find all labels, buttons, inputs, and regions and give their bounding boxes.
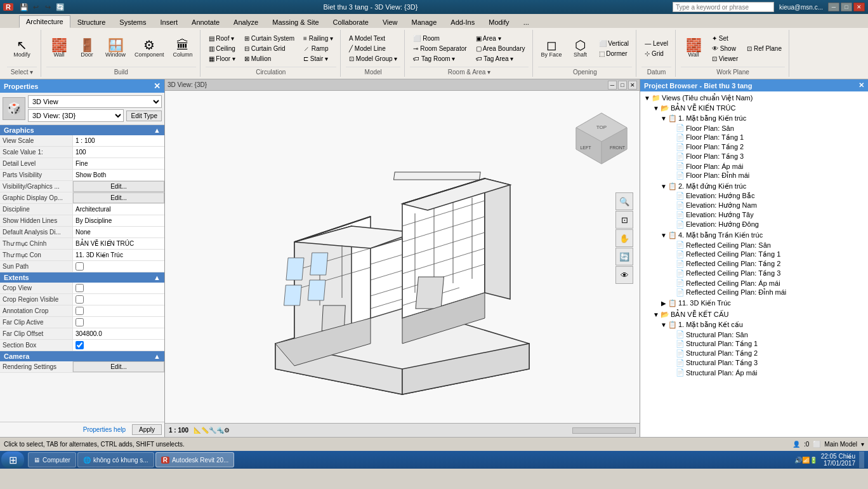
tree-rcp-tang1[interactable]: 📄Reflected Ceiling Plan: Tầng 1 xyxy=(666,250,867,259)
graphic-display-edit-btn[interactable]: Edit... xyxy=(73,192,164,203)
wall-wp-button[interactable]: 🧱 Wall xyxy=(681,37,706,60)
annotation-crop-checkbox[interactable] xyxy=(76,307,84,315)
tab-analyze[interactable]: Analyze xyxy=(227,15,265,28)
tree-rcp-tang2[interactable]: 📄Reflected Ceiling Plan: Tầng 2 xyxy=(666,259,867,269)
by-face-button[interactable]: ◻ By Face xyxy=(538,37,565,60)
tree-floor-tang1[interactable]: 📄Floor Plan: Tầng 1 xyxy=(666,133,867,142)
tree-rcp-tang3[interactable]: 📄Reflected Ceiling Plan: Tầng 3 xyxy=(666,269,867,278)
tree-floor-san[interactable]: 📄Floor Plan: Sân xyxy=(666,123,867,133)
crop-view-checkbox[interactable] xyxy=(76,284,84,292)
tab-more[interactable]: ... xyxy=(516,15,536,28)
railing-button[interactable]: ≡ Railing ▾ xyxy=(300,34,336,43)
tree-elevation-dong[interactable]: 📄Elevation: Hướng Đông xyxy=(666,220,867,229)
tree-rcp-san[interactable]: 📄Reflected Ceiling Plan: Sân xyxy=(666,240,867,250)
tree-floor-ap-mai[interactable]: 📄Floor Plan: Áp mái xyxy=(666,161,867,171)
set-button[interactable]: ✦ Set xyxy=(709,34,741,43)
tree-struct-ap-mai[interactable]: 📄Structural Plan: Áp mái xyxy=(666,368,867,377)
extents-section-header[interactable]: Extents ▲ xyxy=(0,272,164,283)
taskbar-item-revit[interactable]: R Autodesk Revit 20... xyxy=(155,452,235,467)
tab-annotate[interactable]: Annotate xyxy=(185,15,227,28)
dormer-button[interactable]: ⬚ Dormer xyxy=(596,49,633,58)
zoom-in-btn[interactable]: 🔍 xyxy=(615,192,633,210)
tab-view[interactable]: View xyxy=(376,15,405,28)
component-button[interactable]: ⚙ Component xyxy=(131,37,168,60)
tree-floor-tang2[interactable]: 📄Floor Plan: Tầng 2 xyxy=(666,142,867,152)
minimize-button[interactable]: ─ xyxy=(828,3,839,11)
tab-architecture[interactable]: Architecture xyxy=(19,15,70,28)
tab-insert[interactable]: Insert xyxy=(154,15,185,28)
tag-room-button[interactable]: 🏷 Tag Room ▾ xyxy=(410,54,470,64)
view-name-dropdown[interactable]: 3D View: {3D} xyxy=(28,109,124,122)
far-clip-active-checkbox[interactable] xyxy=(76,318,84,326)
redo-btn[interactable]: ↪ xyxy=(43,1,54,13)
tree-rcp-dinh-mai[interactable]: 📄Reflected Ceiling Plan: Đỉnh mái xyxy=(666,288,867,297)
model-dropdown[interactable]: ▾ xyxy=(861,441,864,448)
show-desktop-button[interactable] xyxy=(859,452,864,468)
shaft-button[interactable]: ⬡ Shaft xyxy=(568,37,593,60)
door-button[interactable]: 🚪 Door xyxy=(74,37,100,60)
modify-button[interactable]: ↖ Modify xyxy=(10,37,35,60)
tag-area-button[interactable]: 🏷 Tag Area ▾ xyxy=(473,54,529,64)
save-btn[interactable]: 💾 xyxy=(18,1,30,13)
curtain-grid-button[interactable]: ⊟ Curtain Grid xyxy=(241,44,298,53)
sun-path-checkbox[interactable] xyxy=(76,262,84,271)
floor-button[interactable]: ▦ Floor ▾ xyxy=(206,54,239,64)
model-group-button[interactable]: ⊡ Model Group ▾ xyxy=(346,54,400,64)
area-button[interactable]: ▣ Area ▾ xyxy=(473,34,529,43)
tree-elevation-tay[interactable]: 📄Elevation: Hướng Tây xyxy=(666,210,867,220)
viewport-canvas[interactable]: TOP LEFT FRONT 🔍 ⊡ ✋ 🔄 👁 xyxy=(165,91,640,437)
scrollbar-horizontal[interactable] xyxy=(572,427,636,434)
model-text-button[interactable]: A Model Text xyxy=(346,34,400,43)
ref-plane-button[interactable]: ⊡ Ref Plane xyxy=(744,44,785,53)
maximize-button[interactable]: □ xyxy=(841,3,852,11)
close-button[interactable]: ✕ xyxy=(853,3,865,11)
graphics-section-header[interactable]: Graphics ▲ xyxy=(0,125,164,135)
edit-type-button[interactable]: Edit Type xyxy=(126,111,162,121)
tab-structure[interactable]: Structure xyxy=(70,15,113,28)
undo-btn[interactable]: ↩ xyxy=(30,1,42,13)
tree-elevation-nam[interactable]: 📄Elevation: Hướng Nam xyxy=(666,201,867,210)
camera-section-header[interactable]: Camera ▲ xyxy=(0,351,164,361)
panel-close-button[interactable]: ✕ xyxy=(154,81,161,91)
model-line-button[interactable]: ╱ Model Line xyxy=(346,44,400,53)
viewport-maximize-btn[interactable]: □ xyxy=(618,81,627,90)
tree-struct-tang2[interactable]: 📄Structural Plan: Tầng 2 xyxy=(666,349,867,358)
tree-struct-san[interactable]: 📄Structural Plan: Sân xyxy=(666,330,867,339)
view-type-dropdown[interactable]: 3D View xyxy=(28,95,162,108)
tab-addins[interactable]: Add-Ins xyxy=(444,15,482,28)
curtain-system-button[interactable]: ⊞ Curtain System xyxy=(241,34,298,43)
pan-btn[interactable]: ✋ xyxy=(615,229,633,247)
tab-massing[interactable]: Massing & Site xyxy=(265,15,326,28)
nav-cube[interactable]: TOP LEFT FRONT xyxy=(573,110,630,167)
tree-floor-dinh-mai[interactable]: 📄Floor Plan: Đỉnh mái xyxy=(666,171,867,180)
tab-manage[interactable]: Manage xyxy=(405,15,444,28)
sync-btn[interactable]: 🔄 xyxy=(55,1,66,13)
level-button[interactable]: — Level xyxy=(641,39,671,48)
browser-close-button[interactable]: ✕ xyxy=(858,81,864,90)
tree-floor-tang3[interactable]: 📄Floor Plan: Tầng 3 xyxy=(666,152,867,161)
show-button[interactable]: 👁 Show xyxy=(709,44,741,53)
tree-struct-tang1[interactable]: 📄Structural Plan: Tầng 1 xyxy=(666,339,867,349)
start-button[interactable]: ⊞ xyxy=(1,452,24,468)
viewport-close-btn[interactable]: ✕ xyxy=(628,81,637,90)
wall-button[interactable]: 🧱 Wall xyxy=(46,37,72,60)
taskbar-item-computer[interactable]: 🖥 Computer xyxy=(28,452,76,467)
crop-region-visible-checkbox[interactable] xyxy=(76,295,84,304)
room-separator-button[interactable]: ⊸ Room Separator xyxy=(410,44,470,53)
tree-root-row[interactable]: ▼ 📁 Views (Tiêu chuẩn Việt Nam) xyxy=(641,93,867,103)
area-boundary-button[interactable]: ▢ Area Boundary xyxy=(473,44,529,53)
tree-rcp-ap-mai[interactable]: 📄Reflected Ceiling Plan: Áp mái xyxy=(666,278,867,288)
tab-collaborate[interactable]: Collaborate xyxy=(326,15,376,28)
visibility-graphics-edit-btn[interactable]: Edit... xyxy=(73,181,164,192)
ramp-button[interactable]: ⟋ Ramp xyxy=(300,44,336,53)
tree-section-kien-truc-row[interactable]: ▼ 📂 BẢN VẼ KIẾN TRÚC xyxy=(650,104,867,113)
roof-button[interactable]: ▤ Roof ▾ xyxy=(206,34,239,43)
viewer-button[interactable]: ⊡ Viewer xyxy=(709,54,741,64)
window-button[interactable]: 🪟 Window xyxy=(102,37,129,60)
look-btn[interactable]: 👁 xyxy=(615,266,633,284)
tree-struct-tang3[interactable]: 📄Structural Plan: Tầng 3 xyxy=(666,358,867,368)
room-button[interactable]: ⬜ Room xyxy=(410,34,470,43)
grid-button[interactable]: ⊹ Grid xyxy=(641,49,671,58)
tree-elevation-bac[interactable]: 📄Elevation: Hướng Bắc xyxy=(666,191,867,201)
vertical-button[interactable]: ⬜ Vertical xyxy=(596,39,633,48)
